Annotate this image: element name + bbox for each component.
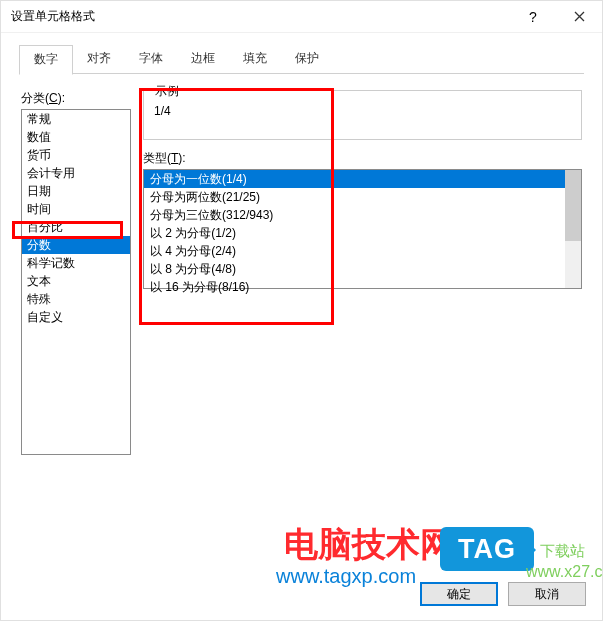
settings-column: 示例 1/4 类型(T): 分母为一位数(1/4)分母为两位数(21/25)分母… <box>143 90 582 572</box>
type-scrollbar[interactable] <box>565 170 581 288</box>
category-item[interactable]: 日期 <box>22 182 130 200</box>
category-item[interactable]: 百分比 <box>22 218 130 236</box>
category-item[interactable]: 货币 <box>22 146 130 164</box>
cancel-button[interactable]: 取消 <box>508 582 586 606</box>
tab-4[interactable]: 填充 <box>229 45 281 74</box>
scrollbar-track[interactable] <box>565 170 581 288</box>
type-item[interactable]: 以 4 为分母(2/4) <box>144 242 565 260</box>
tab-2[interactable]: 字体 <box>125 45 177 74</box>
tab-5[interactable]: 保护 <box>281 45 333 74</box>
type-item[interactable]: 分母为三位数(312/943) <box>144 206 565 224</box>
titlebar: 设置单元格格式 ? <box>1 1 602 33</box>
watermark-site: www.x27.com <box>526 563 603 581</box>
category-item[interactable]: 时间 <box>22 200 130 218</box>
content-area: 分类(C): 常规数值货币会计专用日期时间百分比分数科学记数文本特殊自定义 示例… <box>1 74 602 572</box>
category-item[interactable]: 科学记数 <box>22 254 130 272</box>
tab-0[interactable]: 数字 <box>19 45 73 75</box>
tab-1[interactable]: 对齐 <box>73 45 125 74</box>
example-legend: 示例 <box>152 83 182 100</box>
tab-strip: 数字对齐字体边框填充保护 <box>1 33 602 74</box>
category-item[interactable]: 文本 <box>22 272 130 290</box>
tab-3[interactable]: 边框 <box>177 45 229 74</box>
type-list[interactable]: 分母为一位数(1/4)分母为两位数(21/25)分母为三位数(312/943)以… <box>144 170 565 288</box>
category-item[interactable]: 自定义 <box>22 308 130 326</box>
close-icon <box>574 11 585 22</box>
category-list[interactable]: 常规数值货币会计专用日期时间百分比分数科学记数文本特殊自定义 <box>21 109 131 455</box>
dialog-footer: 确定 取消 <box>1 572 602 620</box>
type-item[interactable]: 分母为一位数(1/4) <box>144 170 565 188</box>
watermark-site-top: 下载站 <box>540 542 585 561</box>
category-item[interactable]: 会计专用 <box>22 164 130 182</box>
close-button[interactable] <box>556 2 602 32</box>
window-title: 设置单元格格式 <box>11 8 510 25</box>
category-item[interactable]: 常规 <box>22 110 130 128</box>
category-item[interactable]: 数值 <box>22 128 130 146</box>
category-item[interactable]: 特殊 <box>22 290 130 308</box>
type-item[interactable]: 以 2 为分母(1/2) <box>144 224 565 242</box>
example-box: 示例 1/4 <box>143 90 582 140</box>
category-label: 分类(C): <box>21 90 131 107</box>
watermark-tag-badge: TAG <box>440 527 534 571</box>
type-item[interactable]: 以 8 为分母(4/8) <box>144 260 565 278</box>
type-list-wrap: 分母为一位数(1/4)分母为两位数(21/25)分母为三位数(312/943)以… <box>143 169 582 289</box>
type-label: 类型(T): <box>143 150 582 167</box>
ok-button[interactable]: 确定 <box>420 582 498 606</box>
help-button[interactable]: ? <box>510 2 556 32</box>
type-item[interactable]: 分母为两位数(21/25) <box>144 188 565 206</box>
category-column: 分类(C): 常规数值货币会计专用日期时间百分比分数科学记数文本特殊自定义 <box>21 90 131 572</box>
category-item[interactable]: 分数 <box>22 236 130 254</box>
example-value: 1/4 <box>154 104 571 118</box>
scrollbar-thumb[interactable] <box>565 170 581 241</box>
type-item[interactable]: 以 16 为分母(8/16) <box>144 278 565 296</box>
